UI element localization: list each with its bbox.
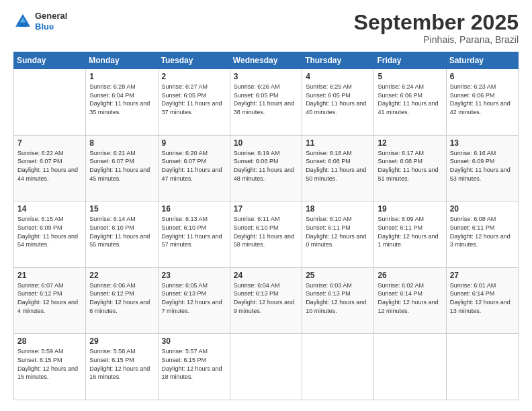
logo-blue-text: Blue: [35, 21, 67, 32]
col-thursday: Thursday: [302, 52, 374, 69]
table-row: 24Sunrise: 6:04 AMSunset: 6:13 PMDayligh…: [230, 267, 302, 334]
calendar-week-row: 7Sunrise: 6:22 AMSunset: 6:07 PMDaylight…: [14, 135, 519, 201]
col-tuesday: Tuesday: [158, 52, 230, 69]
table-row: 22Sunrise: 6:06 AMSunset: 6:12 PMDayligh…: [86, 267, 158, 334]
table-row: 2Sunrise: 6:27 AMSunset: 6:05 PMDaylight…: [158, 69, 230, 136]
table-row: 23Sunrise: 6:05 AMSunset: 6:13 PMDayligh…: [158, 267, 230, 334]
day-number: 9: [162, 138, 226, 148]
cell-sun-info: Sunrise: 6:24 AMSunset: 6:06 PMDaylight:…: [378, 83, 442, 116]
cell-sun-info: Sunrise: 6:07 AMSunset: 6:12 PMDaylight:…: [17, 281, 82, 315]
table-row: [230, 334, 302, 400]
day-number: 28: [17, 336, 82, 346]
table-row: [374, 334, 446, 400]
cell-sun-info: Sunrise: 6:17 AMSunset: 6:08 PMDaylight:…: [378, 149, 442, 183]
day-number: 29: [89, 336, 154, 346]
day-number: 15: [89, 204, 154, 214]
table-row: 5Sunrise: 6:24 AMSunset: 6:06 PMDaylight…: [374, 69, 446, 136]
table-row: 18Sunrise: 6:10 AMSunset: 6:11 PMDayligh…: [302, 201, 374, 268]
cell-sun-info: Sunrise: 6:28 AMSunset: 6:04 PMDaylight:…: [89, 83, 154, 116]
day-number: 1: [89, 72, 154, 81]
cell-sun-info: Sunrise: 6:05 AMSunset: 6:13 PMDaylight:…: [162, 281, 226, 315]
table-row: 19Sunrise: 6:09 AMSunset: 6:11 PMDayligh…: [374, 201, 446, 268]
cell-sun-info: Sunrise: 6:02 AMSunset: 6:14 PMDaylight:…: [378, 281, 442, 315]
table-row: 17Sunrise: 6:11 AMSunset: 6:10 PMDayligh…: [230, 201, 302, 268]
table-row: 30Sunrise: 5:57 AMSunset: 6:15 PMDayligh…: [158, 334, 230, 400]
day-number: 13: [450, 138, 515, 148]
day-number: 30: [162, 336, 226, 346]
day-number: 25: [306, 271, 370, 280]
cell-sun-info: Sunrise: 6:08 AMSunset: 6:11 PMDaylight:…: [450, 215, 515, 248]
table-row: 14Sunrise: 6:15 AMSunset: 6:09 PMDayligh…: [14, 201, 86, 268]
table-row: 4Sunrise: 6:25 AMSunset: 6:05 PMDaylight…: [302, 69, 374, 136]
cell-sun-info: Sunrise: 5:57 AMSunset: 6:15 PMDaylight:…: [162, 347, 226, 381]
calendar-header-row: Sunday Monday Tuesday Wednesday Thursday…: [14, 52, 519, 69]
table-row: 13Sunrise: 6:16 AMSunset: 6:09 PMDayligh…: [446, 135, 518, 201]
header: General Blue September 2025 Pinhais, Par…: [13, 11, 519, 45]
table-row: 11Sunrise: 6:18 AMSunset: 6:08 PMDayligh…: [302, 135, 374, 201]
day-number: 18: [306, 204, 370, 214]
day-number: 21: [17, 271, 82, 280]
table-row: 10Sunrise: 6:19 AMSunset: 6:08 PMDayligh…: [230, 135, 302, 201]
day-number: 10: [234, 138, 298, 148]
cell-sun-info: Sunrise: 6:16 AMSunset: 6:09 PMDaylight:…: [450, 149, 515, 183]
day-number: 5: [378, 72, 442, 81]
cell-sun-info: Sunrise: 6:01 AMSunset: 6:14 PMDaylight:…: [450, 281, 515, 315]
day-number: 24: [234, 271, 298, 280]
cell-sun-info: Sunrise: 5:59 AMSunset: 6:15 PMDaylight:…: [17, 347, 82, 381]
day-number: 17: [234, 204, 298, 214]
cell-sun-info: Sunrise: 6:11 AMSunset: 6:10 PMDaylight:…: [234, 215, 298, 248]
table-row: 20Sunrise: 6:08 AMSunset: 6:11 PMDayligh…: [446, 201, 518, 268]
table-row: 26Sunrise: 6:02 AMSunset: 6:14 PMDayligh…: [374, 267, 446, 334]
day-number: 8: [89, 138, 154, 148]
day-number: 16: [162, 204, 226, 214]
col-sunday: Sunday: [14, 52, 86, 69]
table-row: 25Sunrise: 6:03 AMSunset: 6:13 PMDayligh…: [302, 267, 374, 334]
day-number: 6: [450, 72, 515, 81]
day-number: 22: [89, 271, 154, 280]
cell-sun-info: Sunrise: 6:18 AMSunset: 6:08 PMDaylight:…: [306, 149, 370, 183]
table-row: 21Sunrise: 6:07 AMSunset: 6:12 PMDayligh…: [14, 267, 86, 334]
title-block: September 2025 Pinhais, Parana, Brazil: [354, 11, 519, 45]
day-number: 14: [17, 204, 82, 214]
cell-sun-info: Sunrise: 6:26 AMSunset: 6:05 PMDaylight:…: [234, 83, 298, 116]
day-number: 23: [162, 271, 226, 280]
table-row: 3Sunrise: 6:26 AMSunset: 6:05 PMDaylight…: [230, 69, 302, 136]
svg-rect-2: [19, 22, 27, 26]
cell-sun-info: Sunrise: 6:19 AMSunset: 6:08 PMDaylight:…: [234, 149, 298, 183]
table-row: 27Sunrise: 6:01 AMSunset: 6:14 PMDayligh…: [446, 267, 518, 334]
table-row: 28Sunrise: 5:59 AMSunset: 6:15 PMDayligh…: [14, 334, 86, 400]
cell-sun-info: Sunrise: 6:04 AMSunset: 6:13 PMDaylight:…: [234, 281, 298, 315]
day-number: 3: [234, 72, 298, 81]
cell-sun-info: Sunrise: 6:20 AMSunset: 6:07 PMDaylight:…: [162, 149, 226, 183]
table-row: 6Sunrise: 6:23 AMSunset: 6:06 PMDaylight…: [446, 69, 518, 136]
day-number: 19: [378, 204, 442, 214]
table-row: 8Sunrise: 6:21 AMSunset: 6:07 PMDaylight…: [86, 135, 158, 201]
cell-sun-info: Sunrise: 6:03 AMSunset: 6:13 PMDaylight:…: [306, 281, 370, 315]
logo-text: General Blue: [35, 11, 67, 32]
calendar-week-row: 28Sunrise: 5:59 AMSunset: 6:15 PMDayligh…: [14, 334, 519, 400]
table-row: 7Sunrise: 6:22 AMSunset: 6:07 PMDaylight…: [14, 135, 86, 201]
day-number: 2: [162, 72, 226, 81]
cell-sun-info: Sunrise: 6:25 AMSunset: 6:05 PMDaylight:…: [306, 83, 370, 116]
page: General Blue September 2025 Pinhais, Par…: [0, 0, 532, 411]
day-number: 7: [17, 138, 82, 148]
col-friday: Friday: [374, 52, 446, 69]
cell-sun-info: Sunrise: 6:13 AMSunset: 6:10 PMDaylight:…: [162, 215, 226, 248]
day-number: 12: [378, 138, 442, 148]
table-row: 9Sunrise: 6:20 AMSunset: 6:07 PMDaylight…: [158, 135, 230, 201]
day-number: 26: [378, 271, 442, 280]
month-title: September 2025: [354, 11, 519, 34]
calendar-week-row: 1Sunrise: 6:28 AMSunset: 6:04 PMDaylight…: [14, 69, 519, 136]
cell-sun-info: Sunrise: 6:22 AMSunset: 6:07 PMDaylight:…: [17, 149, 82, 183]
calendar-week-row: 14Sunrise: 6:15 AMSunset: 6:09 PMDayligh…: [14, 201, 519, 268]
cell-sun-info: Sunrise: 6:21 AMSunset: 6:07 PMDaylight:…: [89, 149, 154, 183]
logo: General Blue: [13, 11, 67, 32]
calendar-week-row: 21Sunrise: 6:07 AMSunset: 6:12 PMDayligh…: [14, 267, 519, 334]
cell-sun-info: Sunrise: 6:10 AMSunset: 6:11 PMDaylight:…: [306, 215, 370, 248]
day-number: 11: [306, 138, 370, 148]
cell-sun-info: Sunrise: 6:09 AMSunset: 6:11 PMDaylight:…: [378, 215, 442, 248]
day-number: 20: [450, 204, 515, 214]
day-number: 27: [450, 271, 515, 280]
col-wednesday: Wednesday: [230, 52, 302, 69]
cell-sun-info: Sunrise: 5:58 AMSunset: 6:15 PMDaylight:…: [89, 347, 154, 381]
